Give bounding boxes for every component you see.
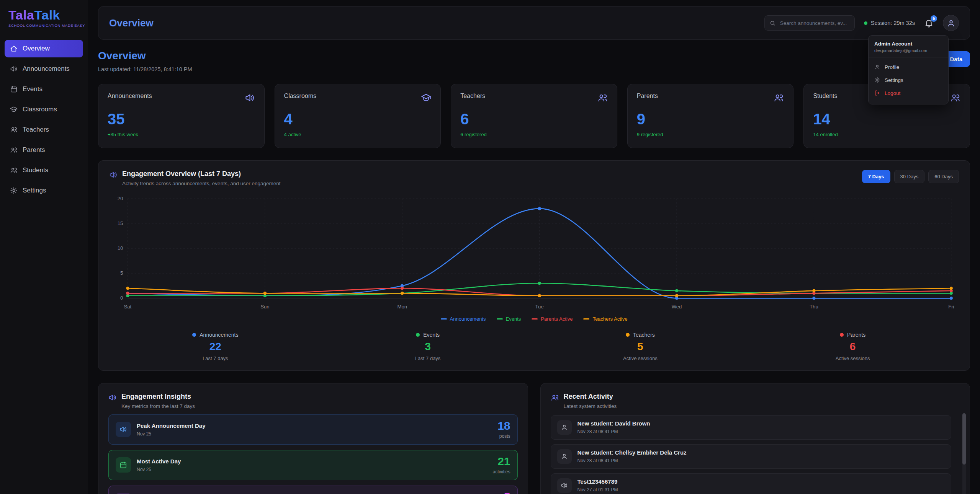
- graduation-cap-icon: [421, 93, 431, 103]
- engagement-line-chart: SatSunMonTueWedThuFri05101520: [109, 194, 959, 314]
- bottom-row: Engagement Insights Key metrics from the…: [98, 383, 970, 494]
- main-content: Overview Session: 29m 32s 5: [88, 0, 980, 494]
- summary-dot: [416, 333, 420, 337]
- svg-text:20: 20: [118, 196, 123, 201]
- engagement-subtitle: Activity trends across announcements, ev…: [122, 181, 280, 186]
- summary-sub: Active sessions: [836, 355, 870, 361]
- range-button-7-days[interactable]: 7 Days: [862, 170, 890, 183]
- insight-title: Most Active Day: [137, 458, 487, 465]
- gear-icon: [874, 77, 880, 83]
- insight-sub: Nov 25: [137, 431, 492, 437]
- users-icon: [551, 393, 559, 402]
- page-head: Overview Last updated: 11/28/2025, 8:41:…: [98, 50, 970, 72]
- sidebar-item-label: Parents: [23, 146, 45, 154]
- sidebar-item-label: Teachers: [23, 126, 49, 134]
- sidebar-item-classrooms[interactable]: Classrooms: [5, 101, 83, 118]
- stat-sub: 6 registered: [460, 132, 608, 137]
- stat-label: Announcements: [108, 93, 152, 99]
- chart-legend-item[interactable]: Parents Active: [532, 316, 573, 322]
- stat-value: 14: [813, 111, 960, 127]
- sidebar-item-settings[interactable]: Settings: [5, 182, 83, 199]
- engagement-summary-item: Events 3 Last 7 days: [322, 332, 534, 361]
- activity-item-title: Test123456789: [578, 478, 618, 485]
- users-icon: [950, 93, 960, 103]
- summary-value: 5: [637, 341, 643, 352]
- stat-value: 6: [460, 111, 608, 127]
- topbar: Overview Session: 29m 32s 5: [98, 6, 970, 40]
- engagement-summary: Announcements 22 Last 7 days Events 3 La…: [109, 332, 959, 361]
- activity-scrollbar: [962, 413, 966, 494]
- svg-text:Thu: Thu: [810, 304, 818, 310]
- dropdown-item-logout[interactable]: Logout: [869, 86, 948, 99]
- insight-title: Peak Announcement Day: [137, 422, 492, 429]
- sidebar-item-teachers[interactable]: Teachers: [5, 121, 83, 139]
- sidebar-item-parents[interactable]: Parents: [5, 141, 83, 159]
- activity-item-time: Nov 28 at 08:41 PM: [578, 458, 687, 463]
- range-button-60-days[interactable]: 60 Days: [928, 170, 959, 183]
- brand-name-left: Tala: [8, 8, 34, 22]
- notifications-button[interactable]: 5: [924, 18, 934, 28]
- summary-label: Announcements: [200, 332, 238, 338]
- sidebar-item-announcements[interactable]: Announcements: [5, 60, 83, 78]
- megaphone-icon: [119, 426, 127, 433]
- home-icon: [10, 45, 18, 52]
- logout-icon: [874, 90, 880, 96]
- summary-label: Teachers: [633, 332, 655, 338]
- activity-title: Recent Activity: [564, 393, 617, 401]
- dropdown-item-profile[interactable]: Profile: [869, 60, 948, 73]
- svg-text:5: 5: [120, 270, 123, 276]
- megaphone-icon: [109, 171, 118, 179]
- sidebar: TalaTalk SCHOOL COMMUNICATION MADE EASY …: [0, 0, 88, 494]
- stat-value: 9: [637, 111, 784, 127]
- sidebar-item-overview[interactable]: Overview: [5, 40, 83, 57]
- megaphone-icon: [108, 393, 117, 402]
- user-menu-button[interactable]: [943, 15, 959, 31]
- summary-value: 3: [425, 341, 431, 352]
- stat-card-classrooms: Classrooms 4 4 active: [275, 84, 441, 148]
- search-input[interactable]: [779, 20, 850, 26]
- person-icon: [561, 424, 568, 431]
- search-box[interactable]: [764, 15, 855, 31]
- users-icon: [10, 126, 18, 134]
- stat-sub: 9 registered: [637, 132, 784, 137]
- megaphone-icon: [245, 93, 255, 103]
- activity-scrollbar-thumb[interactable]: [962, 413, 966, 465]
- summary-sub: Active sessions: [623, 355, 658, 361]
- sidebar-item-students[interactable]: Students: [5, 161, 83, 179]
- session-status-dot: [864, 21, 867, 25]
- sidebar-item-label: Students: [23, 166, 48, 174]
- insights-title: Engagement Insights: [121, 393, 195, 401]
- dropdown-item-settings[interactable]: Settings: [869, 73, 948, 86]
- person-icon: [947, 19, 955, 28]
- sidebar-item-label: Settings: [23, 187, 46, 194]
- chart-legend-item[interactable]: Announcements: [441, 316, 486, 322]
- activity-item-time: Nov 28 at 08:41 PM: [578, 429, 650, 434]
- stats-row: Announcements 35 +35 this week Classroom…: [98, 84, 970, 148]
- summary-value: 22: [209, 341, 221, 352]
- range-selector: 7 Days 30 Days 60 Days: [862, 170, 959, 183]
- engagement-summary-item: Parents 6 Active sessions: [746, 332, 959, 361]
- topbar-title: Overview: [109, 17, 154, 29]
- stat-value: 4: [284, 111, 432, 127]
- svg-text:15: 15: [118, 220, 123, 226]
- engagement-title: Engagement Overview (Last 7 Days): [122, 170, 280, 178]
- sidebar-item-events[interactable]: Events: [5, 80, 83, 98]
- brand-name-right: Talk: [34, 8, 61, 22]
- legend-marker: [583, 318, 589, 320]
- chart-legend-item[interactable]: Teachers Active: [583, 316, 627, 322]
- stat-label: Classrooms: [284, 93, 316, 99]
- brand-tagline: SCHOOL COMMUNICATION MADE EASY: [8, 23, 79, 28]
- insights-subtitle: Key metrics from the last 7 days: [121, 403, 195, 409]
- insight-value: 21: [492, 456, 510, 467]
- sidebar-item-label: Overview: [23, 45, 50, 52]
- stat-card-parents: Parents 9 9 registered: [627, 84, 794, 148]
- summary-sub: Last 7 days: [203, 355, 228, 361]
- graduation-cap-icon: [10, 106, 18, 113]
- insight-item-most-active-day: Most Active Day Nov 25 21 activities: [108, 450, 518, 480]
- chart-legend-item[interactable]: Events: [497, 316, 521, 322]
- sidebar-item-label: Events: [23, 85, 43, 93]
- activity-subtitle: Latest system activities: [564, 403, 617, 409]
- svg-text:Wed: Wed: [672, 304, 682, 310]
- range-button-30-days[interactable]: 30 Days: [894, 170, 925, 183]
- sidebar-item-label: Classrooms: [23, 106, 57, 113]
